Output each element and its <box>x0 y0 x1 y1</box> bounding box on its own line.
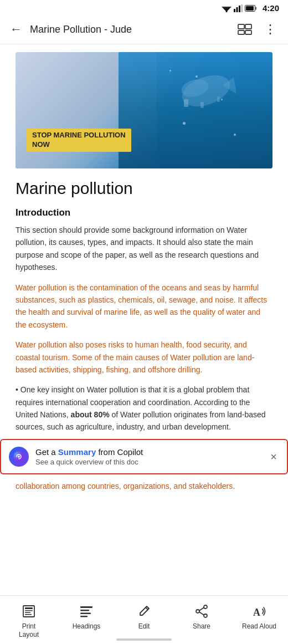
battery-icon <box>245 5 257 12</box>
signal-icon <box>234 4 243 12</box>
read-aloud-icon: A <box>251 602 267 620</box>
document-area: STOP MARINE POLLUTION NOW Marine polluti… <box>0 52 288 433</box>
intro-paragraph: This section should provide some backgro… <box>16 224 272 274</box>
svg-rect-25 <box>25 612 30 613</box>
doc-area-after-banner: collaboration among countries, organizat… <box>0 480 288 492</box>
hero-image: STOP MARINE POLLUTION NOW <box>16 52 272 168</box>
more-button[interactable]: ⋮ <box>260 19 280 39</box>
svg-rect-12 <box>238 30 244 34</box>
svg-rect-28 <box>80 610 89 611</box>
svg-rect-6 <box>241 4 243 12</box>
svg-rect-4 <box>236 7 238 12</box>
svg-rect-13 <box>245 30 251 34</box>
bottom-toolbar: Print Layout Headings Edit <box>0 595 288 644</box>
para-cutoff: collaboration among countries, organizat… <box>16 480 272 492</box>
svg-text:A: A <box>253 607 260 618</box>
copilot-banner[interactable]: Get a Summary from Copilot See a quick o… <box>0 439 288 474</box>
svg-point-32 <box>196 610 199 613</box>
copilot-subtitle: See a quick overview of this doc <box>35 458 261 466</box>
view-button[interactable] <box>235 19 255 39</box>
doc-main-title: Marine pollution <box>16 178 272 198</box>
svg-point-31 <box>204 605 207 609</box>
toolbar-item-headings[interactable]: Headings <box>64 600 109 633</box>
svg-rect-27 <box>80 606 92 608</box>
svg-point-33 <box>204 614 207 617</box>
edit-icon <box>137 602 151 620</box>
copilot-text-area: Get a Summary from Copilot See a quick o… <box>35 447 261 466</box>
copilot-summary-word: Summary <box>58 447 96 457</box>
toolbar-item-read-aloud[interactable]: A Read Aloud <box>237 600 281 633</box>
para-orange-2: Water pollution also poses risks to huma… <box>16 339 272 376</box>
headings-label: Headings <box>73 622 101 631</box>
toolbar-item-edit[interactable]: Edit <box>122 600 166 633</box>
copilot-logo <box>13 451 25 463</box>
document-scroll-area: STOP MARINE POLLUTION NOW Marine polluti… <box>0 44 288 564</box>
svg-rect-5 <box>239 6 240 12</box>
share-icon <box>194 602 209 620</box>
copilot-icon <box>9 447 29 467</box>
status-time: 4:20 <box>263 3 279 13</box>
svg-rect-11 <box>245 24 251 29</box>
para-orange-1: Water pollution is the contamination of … <box>16 282 272 331</box>
svg-rect-9 <box>255 7 257 9</box>
copilot-title-suffix: from Copilot <box>96 447 143 457</box>
svg-rect-8 <box>246 6 254 11</box>
share-label: Share <box>193 622 210 631</box>
nav-bar: ← Marine Pollution - Jude ⋮ <box>0 15 288 44</box>
view-icon <box>237 23 253 35</box>
wifi-icon <box>222 4 232 12</box>
para-mixed-1: • One key insight on Water pollution is … <box>16 384 272 433</box>
status-bar: 4:20 <box>0 0 288 15</box>
copilot-banner-wrapper: Get a Summary from Copilot See a quick o… <box>0 439 288 474</box>
svg-rect-29 <box>80 612 91 614</box>
toolbar-spacer <box>0 492 288 559</box>
hero-banner-box: STOP MARINE POLLUTION NOW <box>27 129 131 152</box>
document-title-nav: Marine Pollution - Jude <box>30 24 229 35</box>
copilot-close-button[interactable]: × <box>268 449 279 464</box>
back-button[interactable]: ← <box>8 20 24 39</box>
svg-rect-24 <box>25 610 33 611</box>
svg-rect-3 <box>234 9 235 12</box>
svg-rect-10 <box>238 24 244 29</box>
hero-banner-line1: STOP MARINE POLLUTION <box>32 131 126 140</box>
headings-icon <box>79 602 94 620</box>
read-aloud-label: Read Aloud <box>242 622 276 631</box>
toolbar-item-print-layout[interactable]: Print Layout <box>7 600 51 642</box>
svg-rect-30 <box>80 616 88 617</box>
para-mixed-bold: about 80% <box>71 410 110 419</box>
hero-banner-line2: NOW <box>32 140 126 150</box>
copilot-title-prefix: Get a <box>35 447 58 457</box>
svg-rect-23 <box>25 607 33 609</box>
print-layout-label: Print Layout <box>19 622 39 640</box>
edit-label: Edit <box>138 622 150 631</box>
more-icon: ⋮ <box>264 23 277 35</box>
svg-point-21 <box>18 456 20 458</box>
svg-rect-26 <box>25 614 32 615</box>
section-intro-title: Introduction <box>16 207 272 218</box>
svg-line-34 <box>199 607 204 610</box>
copilot-title: Get a Summary from Copilot <box>35 447 261 457</box>
toolbar-item-share[interactable]: Share <box>179 600 224 633</box>
print-layout-icon <box>21 602 37 620</box>
svg-line-35 <box>199 612 204 615</box>
status-icons <box>222 4 257 12</box>
